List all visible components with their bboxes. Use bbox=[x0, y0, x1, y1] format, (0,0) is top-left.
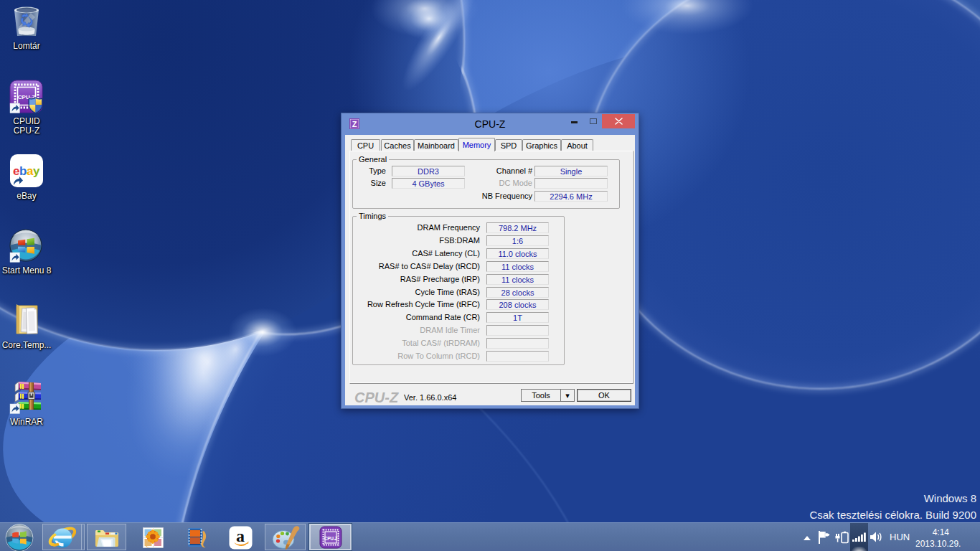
svg-text:b: b bbox=[19, 164, 27, 178]
svg-text:y: y bbox=[33, 164, 40, 178]
svg-text:CPU-Z: CPU-Z bbox=[324, 536, 338, 541]
svg-text:a: a bbox=[236, 527, 245, 545]
